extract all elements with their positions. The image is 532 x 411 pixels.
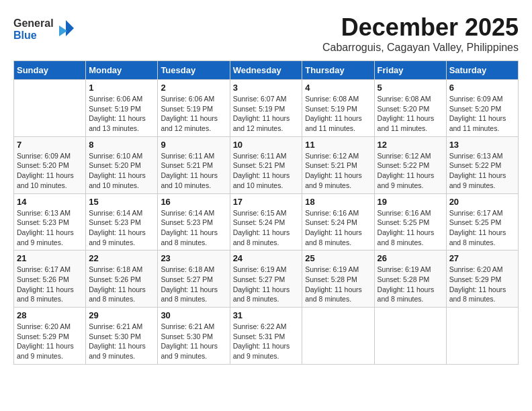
calendar-cell: 15Sunrise: 6:14 AMSunset: 5:23 PMDayligh… <box>86 193 158 250</box>
calendar-cell: 2Sunrise: 6:06 AMSunset: 5:19 PMDaylight… <box>158 80 230 137</box>
svg-text:General: General <box>13 17 54 29</box>
calendar-cell <box>374 308 446 365</box>
day-number: 4 <box>305 83 371 93</box>
day-info: Sunrise: 6:11 AMSunset: 5:21 PMDaylight:… <box>161 151 226 191</box>
svg-text:Blue: Blue <box>13 30 37 41</box>
calendar-cell: 14Sunrise: 6:13 AMSunset: 5:23 PMDayligh… <box>14 193 86 250</box>
day-info: Sunrise: 6:13 AMSunset: 5:22 PMDaylight:… <box>449 151 515 191</box>
day-info: Sunrise: 6:12 AMSunset: 5:21 PMDaylight:… <box>305 151 371 191</box>
day-info: Sunrise: 6:09 AMSunset: 5:20 PMDaylight:… <box>449 94 515 134</box>
day-info: Sunrise: 6:21 AMSunset: 5:30 PMDaylight:… <box>89 322 154 361</box>
day-number: 29 <box>89 310 154 320</box>
calendar-cell: 12Sunrise: 6:12 AMSunset: 5:22 PMDayligh… <box>374 136 446 193</box>
calendar-cell: 11Sunrise: 6:12 AMSunset: 5:21 PMDayligh… <box>302 136 374 193</box>
weekday-header-cell: Thursday <box>302 61 374 80</box>
calendar-cell: 26Sunrise: 6:19 AMSunset: 5:28 PMDayligh… <box>374 250 446 308</box>
month-title: December 2025 <box>322 13 519 42</box>
day-number: 16 <box>161 197 226 207</box>
calendar-cell: 27Sunrise: 6:20 AMSunset: 5:29 PMDayligh… <box>446 250 518 308</box>
day-info: Sunrise: 6:16 AMSunset: 5:25 PMDaylight:… <box>378 208 443 248</box>
day-info: Sunrise: 6:22 AMSunset: 5:31 PMDaylight:… <box>233 322 300 361</box>
location-subtitle: Cabarroguis, Cagayan Valley, Philippines <box>322 42 519 54</box>
day-number: 24 <box>233 253 300 263</box>
day-info: Sunrise: 6:19 AMSunset: 5:27 PMDaylight:… <box>233 265 300 304</box>
calendar-cell: 13Sunrise: 6:13 AMSunset: 5:22 PMDayligh… <box>446 136 518 193</box>
day-number: 9 <box>161 140 226 150</box>
calendar-cell: 22Sunrise: 6:18 AMSunset: 5:26 PMDayligh… <box>86 250 158 308</box>
calendar-cell: 18Sunrise: 6:16 AMSunset: 5:24 PMDayligh… <box>302 193 374 250</box>
day-number: 18 <box>305 197 371 207</box>
weekday-header-cell: Sunday <box>14 61 86 80</box>
calendar-cell <box>14 80 86 137</box>
calendar-cell: 23Sunrise: 6:18 AMSunset: 5:27 PMDayligh… <box>158 250 230 308</box>
day-number: 23 <box>161 253 226 263</box>
calendar-body: 1Sunrise: 6:06 AMSunset: 5:19 PMDaylight… <box>14 80 519 365</box>
day-number: 28 <box>17 310 83 320</box>
title-area: December 2025 Cabarroguis, Cagayan Valle… <box>322 13 519 54</box>
calendar-cell: 21Sunrise: 6:17 AMSunset: 5:26 PMDayligh… <box>14 250 86 308</box>
day-number: 12 <box>378 140 443 150</box>
day-number: 11 <box>305 140 371 150</box>
day-info: Sunrise: 6:20 AMSunset: 5:29 PMDaylight:… <box>449 265 515 304</box>
calendar-cell: 6Sunrise: 6:09 AMSunset: 5:20 PMDaylight… <box>446 80 518 137</box>
calendar-cell: 4Sunrise: 6:08 AMSunset: 5:19 PMDaylight… <box>302 80 374 137</box>
calendar-cell: 5Sunrise: 6:08 AMSunset: 5:20 PMDaylight… <box>374 80 446 137</box>
calendar-week-row: 21Sunrise: 6:17 AMSunset: 5:26 PMDayligh… <box>14 250 519 308</box>
svg-marker-2 <box>66 20 74 36</box>
day-info: Sunrise: 6:18 AMSunset: 5:26 PMDaylight:… <box>89 265 154 304</box>
day-number: 22 <box>89 253 154 263</box>
calendar-cell: 20Sunrise: 6:17 AMSunset: 5:25 PMDayligh… <box>446 193 518 250</box>
day-info: Sunrise: 6:21 AMSunset: 5:30 PMDaylight:… <box>161 322 226 361</box>
calendar-cell: 16Sunrise: 6:14 AMSunset: 5:23 PMDayligh… <box>158 193 230 250</box>
calendar-cell: 25Sunrise: 6:19 AMSunset: 5:28 PMDayligh… <box>302 250 374 308</box>
day-number: 15 <box>89 197 154 207</box>
day-info: Sunrise: 6:09 AMSunset: 5:20 PMDaylight:… <box>17 151 83 191</box>
day-info: Sunrise: 6:10 AMSunset: 5:20 PMDaylight:… <box>89 151 154 191</box>
logo-icon: General Blue <box>13 13 74 43</box>
calendar-cell: 8Sunrise: 6:10 AMSunset: 5:20 PMDaylight… <box>86 136 158 193</box>
day-info: Sunrise: 6:07 AMSunset: 5:19 PMDaylight:… <box>233 94 300 134</box>
calendar-cell: 28Sunrise: 6:20 AMSunset: 5:29 PMDayligh… <box>14 308 86 365</box>
day-info: Sunrise: 6:08 AMSunset: 5:19 PMDaylight:… <box>305 94 371 134</box>
calendar-week-row: 1Sunrise: 6:06 AMSunset: 5:19 PMDaylight… <box>14 80 519 137</box>
day-number: 27 <box>449 253 515 263</box>
weekday-header-cell: Wednesday <box>230 61 302 80</box>
calendar-week-row: 7Sunrise: 6:09 AMSunset: 5:20 PMDaylight… <box>14 136 519 193</box>
day-number: 8 <box>89 140 154 150</box>
calendar-cell: 29Sunrise: 6:21 AMSunset: 5:30 PMDayligh… <box>86 308 158 365</box>
day-number: 3 <box>233 83 300 93</box>
page-header: General Blue December 2025 Cabarroguis, … <box>13 13 519 54</box>
day-info: Sunrise: 6:15 AMSunset: 5:24 PMDaylight:… <box>233 208 300 248</box>
day-number: 13 <box>449 140 515 150</box>
day-info: Sunrise: 6:14 AMSunset: 5:23 PMDaylight:… <box>89 208 154 248</box>
day-info: Sunrise: 6:11 AMSunset: 5:21 PMDaylight:… <box>233 151 300 191</box>
day-info: Sunrise: 6:17 AMSunset: 5:25 PMDaylight:… <box>449 208 515 248</box>
day-info: Sunrise: 6:06 AMSunset: 5:19 PMDaylight:… <box>89 94 154 134</box>
calendar-cell: 9Sunrise: 6:11 AMSunset: 5:21 PMDaylight… <box>158 136 230 193</box>
day-number: 19 <box>378 197 443 207</box>
weekday-header-cell: Monday <box>86 61 158 80</box>
weekday-header-cell: Tuesday <box>158 61 230 80</box>
day-info: Sunrise: 6:13 AMSunset: 5:23 PMDaylight:… <box>17 208 83 248</box>
day-number: 14 <box>17 197 83 207</box>
calendar-cell: 3Sunrise: 6:07 AMSunset: 5:19 PMDaylight… <box>230 80 302 137</box>
day-info: Sunrise: 6:19 AMSunset: 5:28 PMDaylight:… <box>305 265 371 304</box>
day-number: 20 <box>449 197 515 207</box>
day-number: 25 <box>305 253 371 263</box>
day-info: Sunrise: 6:18 AMSunset: 5:27 PMDaylight:… <box>161 265 226 304</box>
calendar-cell: 31Sunrise: 6:22 AMSunset: 5:31 PMDayligh… <box>230 308 302 365</box>
calendar-week-row: 28Sunrise: 6:20 AMSunset: 5:29 PMDayligh… <box>14 308 519 365</box>
day-info: Sunrise: 6:16 AMSunset: 5:24 PMDaylight:… <box>305 208 371 248</box>
day-info: Sunrise: 6:19 AMSunset: 5:28 PMDaylight:… <box>378 265 443 304</box>
day-info: Sunrise: 6:06 AMSunset: 5:19 PMDaylight:… <box>161 94 226 134</box>
day-info: Sunrise: 6:12 AMSunset: 5:22 PMDaylight:… <box>378 151 443 191</box>
calendar-cell <box>302 308 374 365</box>
day-number: 17 <box>233 197 300 207</box>
day-number: 10 <box>233 140 300 150</box>
weekday-header-cell: Saturday <box>446 61 518 80</box>
day-number: 6 <box>449 83 515 93</box>
day-number: 26 <box>378 253 443 263</box>
calendar-cell: 10Sunrise: 6:11 AMSunset: 5:21 PMDayligh… <box>230 136 302 193</box>
day-number: 31 <box>233 310 300 320</box>
calendar-week-row: 14Sunrise: 6:13 AMSunset: 5:23 PMDayligh… <box>14 193 519 250</box>
